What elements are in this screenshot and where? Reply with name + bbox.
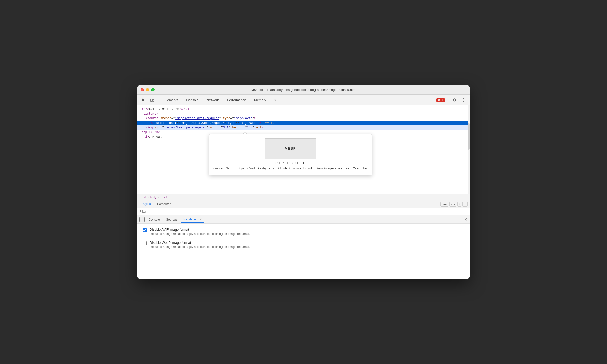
scrollbar-track[interactable] [468,105,470,194]
current-src-label: currentSrc: [213,167,234,171]
image-current-src: currentSrc: https://mathiasbynens.github… [213,166,368,171]
gear-icon: ⚙ [453,98,456,102]
avif-link[interactable]: images/test.avif?regular [175,117,219,120]
hov-button[interactable]: :hov [440,202,448,207]
error-x-icon: ✕ [438,98,440,102]
png-link[interactable]: images/test.png?regular [164,126,206,129]
tab-elements[interactable]: Elements [160,96,182,104]
filter-row [137,208,470,215]
svg-rect-0 [150,99,153,101]
svg-rect-1 [153,100,154,101]
breadcrumb-body[interactable]: body [150,196,157,199]
current-src-value: https://mathiasbynens.github.io/css-dbg-… [235,167,368,171]
disable-webp-description: Requires a page reload to apply and disa… [150,245,250,249]
drawer-tab-sources[interactable]: Sources [164,217,179,222]
tab-console[interactable]: Console [182,96,203,104]
disable-webp-label[interactable]: Disable WebP image format [150,241,250,245]
disable-webp-text: Disable WebP image format Requires a pag… [150,241,250,249]
add-style-button[interactable]: + [457,202,461,207]
rendering-content: Disable AVIF image format Requires a pag… [137,224,470,253]
code-line-picture-open[interactable]: <picture> [137,112,470,116]
minimize-button[interactable] [146,88,149,91]
disable-avif-checkbox[interactable] [143,228,147,232]
tab-computed[interactable]: Computed [154,201,174,207]
elements-panel: <h2>AVIF → WebP → PNG</h2> <picture> <so… [137,105,470,215]
code-line-img[interactable]: <img src="images/test.png?regular" width… [137,125,470,130]
maximize-button[interactable] [151,88,155,91]
window-title: DevTools - mathiasbynens.github.io/css-d… [251,88,356,92]
style-tabs-bar: Styles Computed :hov .cls + ◫ [137,200,470,208]
image-tooltip: WEBP 341 × 138 pixels currentSrc: https:… [209,134,372,175]
disable-webp-row: Disable WebP image format Requires a pag… [143,241,464,249]
dollar-zero: == $0 [265,121,274,125]
code-line-source-avif[interactable]: <source srcset="images/test.avif?regular… [137,116,470,121]
image-preview: WEBP [265,138,316,159]
disable-avif-checkbox-wrap [143,228,147,233]
main-tabs: Elements Console Network Performance Mem… [160,96,435,104]
devtools-window: DevTools - mathiasbynens.github.io/css-d… [137,85,470,279]
tooltip-arrow-inner [243,132,247,135]
tab-performance[interactable]: Performance [223,96,250,104]
image-format-label: WEBP [285,146,296,151]
image-dimensions: 341 × 138 pixels [213,161,368,165]
breadcrumb-picture[interactable]: pict... [160,196,172,199]
tab-network[interactable]: Network [203,96,223,104]
line-dots: ··· [139,121,145,125]
toolbar-right: ✕ 1 ⚙ ⋮ [436,96,468,104]
close-button[interactable] [141,88,144,91]
disable-webp-checkbox-wrap [143,241,147,246]
device-toggle-button[interactable] [148,96,156,104]
settings-button[interactable]: ⚙ [451,96,458,104]
filter-input[interactable] [139,210,468,213]
drawer-more-button[interactable]: ⋮ [139,217,145,222]
elements-code[interactable]: <h2>AVIF → WebP → PNG</h2> <picture> <so… [137,105,470,194]
scrollbar-thumb[interactable] [468,123,470,150]
disable-webp-checkbox[interactable] [143,241,147,245]
disable-avif-text: Disable AVIF image format Requires a pag… [150,228,250,236]
cls-button[interactable]: .cls [449,202,456,207]
tab-memory[interactable]: Memory [250,96,270,104]
drawer-close-button[interactable]: ✕ [464,217,468,222]
breadcrumb: html › body › pict... [137,194,470,200]
drawer-tab-rendering[interactable]: Rendering ✕ [181,216,204,223]
tab-more[interactable]: » [270,96,280,104]
devtools-toolbar: Elements Console Network Performance Mem… [137,95,470,105]
toolbar-separator-2 [448,97,448,103]
title-bar: DevTools - mathiasbynens.github.io/css-d… [137,85,470,95]
rendering-tab-close[interactable]: ✕ [200,218,202,221]
webp-link[interactable]: images/test.webp?regular [180,121,224,125]
drawer-tab-console[interactable]: Console [147,217,162,222]
code-line-source-webp[interactable]: ··· <source srcset="images/test.webp?reg… [137,121,470,125]
disable-avif-description: Requires a page reload to apply and disa… [150,232,250,236]
disable-avif-row: Disable AVIF image format Requires a pag… [143,228,464,236]
bottom-drawer: ⋮ Console Sources Rendering ✕ ✕ Disable … [137,215,470,279]
code-line-h2-avif[interactable]: <h2>AVIF → WebP → PNG</h2> [137,107,470,112]
kebab-icon: ⋮ [462,98,466,102]
error-badge[interactable]: ✕ 1 [436,98,445,102]
toggle-sidebar-button[interactable]: ◫ [462,202,468,207]
toolbar-separator [158,97,158,103]
error-count: 1 [441,98,443,102]
disable-avif-label[interactable]: Disable AVIF image format [150,228,250,232]
select-element-button[interactable] [139,96,147,104]
traffic-lights [141,88,155,91]
tab-styles[interactable]: Styles [139,201,154,207]
breadcrumb-html[interactable]: html [139,196,146,199]
drawer-tabs-bar: ⋮ Console Sources Rendering ✕ ✕ [137,215,470,224]
more-options-button[interactable]: ⋮ [460,96,468,104]
